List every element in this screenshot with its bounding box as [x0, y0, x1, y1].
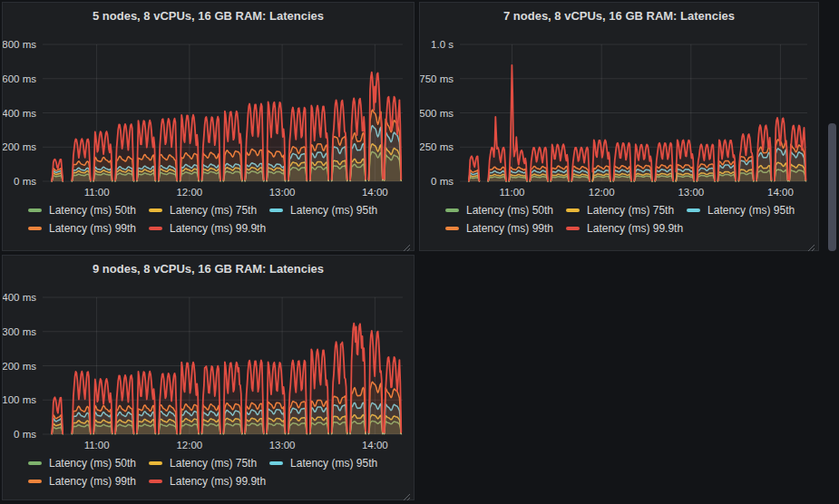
panel-resize-handle[interactable] [402, 489, 411, 498]
legend-label: Latency (ms) 75th [170, 457, 257, 470]
y-tick-label: 500 ms [420, 108, 454, 119]
panel-title[interactable]: 9 nodes, 8 vCPUs, 16 GB RAM: Latencies [3, 262, 414, 276]
y-tick-label: 1.0 s [431, 39, 454, 50]
legend-label: Latency (ms) 99th [49, 475, 136, 488]
legend-color-swatch [149, 480, 162, 483]
legend-item-p50[interactable]: Latency (ms) 50th [28, 457, 136, 470]
legend-color-swatch [566, 208, 580, 212]
legend-label: Latency (ms) 99.9th [170, 222, 266, 235]
y-tick-label: 0 ms [14, 176, 36, 187]
legend-label: Latency (ms) 99.9th [170, 475, 266, 488]
legend-label: Latency (ms) 95th [290, 457, 377, 470]
y-tick-label: 100 ms [3, 394, 36, 405]
x-tick-label: 13:00 [269, 440, 296, 451]
legend-label: Latency (ms) 50th [49, 204, 136, 217]
legend-color-swatch [566, 227, 580, 230]
latency-chart-7-nodes: 0 ms250 ms500 ms750 ms1.0 s11:0012:0013:… [420, 26, 818, 200]
y-tick-label: 0 ms [14, 429, 36, 440]
y-tick-label: 400 ms [3, 108, 36, 119]
legend-label: Latency (ms) 95th [707, 204, 795, 217]
legend-label: Latency (ms) 75th [170, 204, 257, 217]
y-tick-label: 600 ms [3, 73, 36, 84]
y-tick-label: 200 ms [3, 361, 36, 372]
legend-label: Latency (ms) 99.9th [587, 222, 683, 235]
legend-label: Latency (ms) 50th [49, 457, 136, 470]
x-tick-label: 14:00 [362, 187, 388, 198]
legend-item-p99[interactable]: Latency (ms) 99th [28, 475, 136, 488]
legend-item-p999[interactable]: Latency (ms) 99.9th [149, 475, 266, 488]
x-tick-label: 12:00 [176, 440, 202, 451]
x-tick-label: 13:00 [678, 187, 704, 198]
legend-label: Latency (ms) 95th [290, 204, 377, 217]
y-tick-label: 250 ms [420, 141, 454, 152]
legend-label: Latency (ms) 50th [466, 204, 553, 217]
legend-item-p50[interactable]: Latency (ms) 50th [28, 204, 136, 217]
x-tick-label: 11:00 [84, 187, 110, 198]
y-tick-label: 750 ms [420, 73, 454, 84]
legend-item-p75[interactable]: Latency (ms) 75th [566, 204, 674, 217]
legend-item-p50[interactable]: Latency (ms) 50th [445, 204, 553, 217]
x-tick-label: 14:00 [362, 440, 388, 451]
legend-color-swatch [149, 227, 162, 230]
y-tick-label: 300 ms [3, 326, 36, 337]
y-tick-label: 800 ms [3, 39, 36, 50]
legend-color-swatch [269, 208, 283, 212]
legend-item-p75[interactable]: Latency (ms) 75th [149, 457, 257, 470]
x-tick-label: 11:00 [84, 440, 110, 451]
legend-color-swatch [28, 208, 42, 212]
panel-resize-handle[interactable] [402, 239, 411, 248]
resize-corner-icon [806, 243, 815, 252]
legend-color-swatch [445, 208, 459, 212]
legend: Latency (ms) 50thLatency (ms) 75thLatenc… [28, 457, 403, 488]
x-tick-label: 11:00 [500, 187, 525, 198]
legend-item-p95[interactable]: Latency (ms) 95th [687, 204, 795, 217]
grafana-dashboard: 5 nodes, 8 vCPUs, 16 GB RAM: Latencies 0… [0, 0, 839, 504]
resize-corner-icon [402, 492, 411, 501]
legend-item-p95[interactable]: Latency (ms) 95th [269, 204, 377, 217]
legend-item-p99[interactable]: Latency (ms) 99th [28, 222, 136, 235]
x-tick-label: 12:00 [176, 187, 202, 198]
panel-title[interactable]: 7 nodes, 8 vCPUs, 16 GB RAM: Latencies [420, 9, 818, 23]
legend-color-swatch [28, 461, 42, 465]
y-tick-label: 200 ms [3, 141, 36, 152]
legend-item-p75[interactable]: Latency (ms) 75th [149, 204, 257, 217]
legend-color-swatch [687, 208, 700, 212]
panel-resize-handle[interactable] [806, 239, 815, 248]
legend: Latency (ms) 50thLatency (ms) 75thLatenc… [445, 204, 807, 235]
x-tick-label: 12:00 [589, 187, 615, 198]
legend-item-p95[interactable]: Latency (ms) 95th [269, 457, 377, 470]
legend-item-p999[interactable]: Latency (ms) 99.9th [149, 222, 266, 235]
legend-color-swatch [149, 461, 162, 465]
legend-color-swatch [28, 227, 42, 230]
panel-7-nodes-latencies: 7 nodes, 8 vCPUs, 16 GB RAM: Latencies 0… [419, 2, 819, 251]
legend-label: Latency (ms) 99th [466, 222, 553, 235]
latency-chart-9-nodes: 0 ms100 ms200 ms300 ms400 ms11:0012:0013… [3, 279, 414, 453]
legend-color-swatch [269, 461, 283, 465]
legend-color-swatch [445, 227, 459, 230]
resize-corner-icon [402, 243, 411, 252]
panel-title[interactable]: 5 nodes, 8 vCPUs, 16 GB RAM: Latencies [3, 9, 414, 23]
y-tick-label: 400 ms [3, 292, 36, 303]
scrollbar-thumb[interactable] [828, 123, 836, 251]
legend-color-swatch [149, 208, 162, 212]
panel-9-nodes-latencies: 9 nodes, 8 vCPUs, 16 GB RAM: Latencies 0… [2, 255, 415, 500]
legend-label: Latency (ms) 75th [587, 204, 674, 217]
x-tick-label: 13:00 [269, 187, 296, 198]
legend-item-p99[interactable]: Latency (ms) 99th [445, 222, 553, 235]
panel-5-nodes-latencies: 5 nodes, 8 vCPUs, 16 GB RAM: Latencies 0… [2, 2, 415, 251]
legend: Latency (ms) 50thLatency (ms) 75thLatenc… [28, 204, 403, 235]
legend-label: Latency (ms) 99th [49, 222, 136, 235]
y-tick-label: 0 ms [431, 176, 454, 187]
legend-color-swatch [28, 480, 42, 483]
legend-item-p999[interactable]: Latency (ms) 99.9th [566, 222, 683, 235]
x-tick-label: 14:00 [767, 187, 794, 198]
latency-chart-5-nodes: 0 ms200 ms400 ms600 ms800 ms11:0012:0013… [3, 26, 414, 200]
